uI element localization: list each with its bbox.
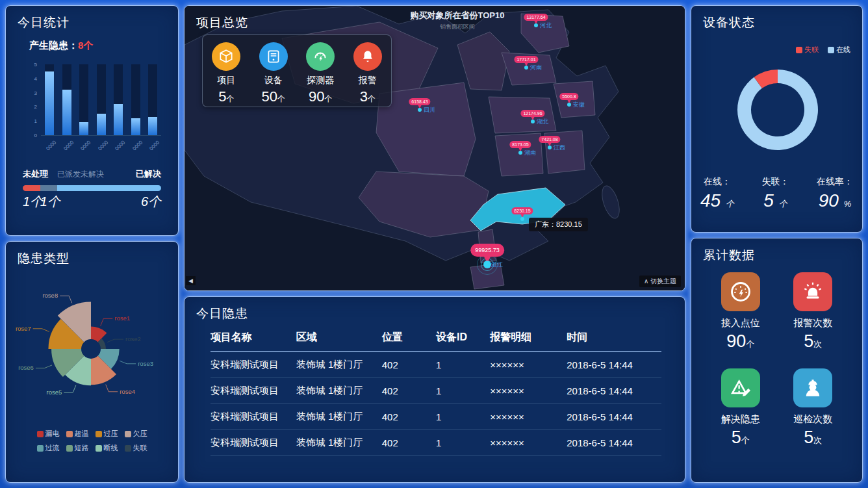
status-stacked-bar	[23, 185, 161, 191]
pin-value: 8173.05	[509, 141, 531, 148]
bar-x-axis: 0000000000000000000000000000	[41, 137, 161, 143]
legend-item[interactable]: 短路	[66, 443, 89, 453]
bar	[45, 71, 54, 135]
legend-item[interactable]: 在线	[828, 45, 850, 55]
legend-item[interactable]: 失联	[796, 45, 819, 55]
scroll-left-button[interactable]: ◀	[186, 276, 196, 285]
pin-province-label: 湖北	[537, 118, 548, 126]
pin-value: 17717.01	[514, 56, 538, 63]
table-cell: 装饰城 1楼门厅	[296, 359, 382, 371]
legend-swatch	[828, 47, 834, 53]
legend-swatch	[66, 431, 73, 437]
y-tick-label: 0	[34, 133, 37, 138]
device-stat-value: 5 个	[761, 190, 789, 211]
pin-value: 8230.15	[511, 207, 533, 214]
cumulative-label: 解决隐患	[721, 413, 760, 426]
cumulative-item: 巡检次数5次	[793, 368, 832, 448]
fix-icon	[721, 368, 760, 407]
table-cell: 2018-6-5 14:44	[567, 437, 661, 448]
pin-dot	[418, 108, 422, 112]
legend-label: 失联	[133, 443, 147, 453]
theme-toggle-button[interactable]: ∧ 切换主题	[639, 276, 681, 287]
bar-track	[45, 64, 54, 135]
device-stat-label: 失联：	[761, 176, 789, 188]
svg-text:rose3: rose3	[138, 360, 153, 367]
siren-icon	[793, 272, 832, 311]
bar-track	[62, 64, 71, 135]
overview-stat-label: 项目	[205, 75, 247, 86]
table-cell: 1	[436, 437, 490, 448]
legend-item[interactable]: 漏电	[37, 429, 60, 439]
pin-dot	[483, 261, 491, 268]
map-title: 购买对象所在省份TOP10	[379, 10, 535, 21]
overview-stat-label: 探测器	[300, 75, 341, 86]
pin-dot	[531, 120, 535, 123]
legend-label: 超温	[75, 429, 89, 439]
pin-province-label: 安徽	[573, 101, 585, 109]
legend-swatch	[96, 431, 102, 437]
legend-label: 欠压	[133, 429, 147, 439]
bar	[148, 117, 157, 135]
legend-swatch	[37, 431, 44, 437]
overview-stat-label: 报警	[347, 75, 389, 86]
pin-dot	[534, 23, 538, 27]
panel-title: 今日统计	[6, 6, 178, 31]
table-row: 安科瑞测试项目装饰城 1楼门厅4021××××××2018-6-5 14:44	[211, 378, 661, 404]
status-legend-label: 已派发未解决	[57, 169, 104, 180]
table-cell: 1	[436, 385, 490, 396]
table-cell: 装饰城 1楼门厅	[296, 385, 382, 397]
pin-province-label: 湖南	[524, 149, 536, 157]
cumulative-grid: 接入点位90个报警次数5次解决隐患5个巡检次数5次	[691, 272, 862, 448]
table-cell: ××××××	[490, 411, 567, 422]
table-cell: 402	[382, 385, 436, 396]
x-tick-label: 0000	[62, 141, 73, 151]
overview-stat: 设备50个	[253, 42, 294, 107]
x-tick-label: 0000	[114, 141, 124, 151]
gauge-icon	[721, 272, 760, 311]
y-tick-label: 3	[34, 90, 37, 96]
legend-label: 短路	[75, 443, 89, 453]
map-header: 购买对象所在省份TOP10 销售面积区间	[379, 10, 535, 31]
bar	[97, 114, 106, 135]
table-cell: 2018-6-5 14:44	[567, 411, 661, 422]
panel-title: 项目总览	[185, 6, 260, 31]
table-cell: 402	[382, 359, 436, 370]
device-stat: 失联：5 个	[761, 176, 789, 211]
legend-item[interactable]: 超温	[66, 429, 89, 439]
status-legend: 未处理已派发未解决已解决	[23, 168, 161, 180]
bar	[114, 104, 123, 135]
pin-province-label: 四川	[424, 106, 435, 114]
y-tick-label: 4	[34, 75, 37, 81]
x-tick-label: 0000	[97, 141, 107, 151]
panel-today-hazards: 今日隐患 项目名称区域位置设备ID报警明细时间安科瑞测试项目装饰城 1楼门厅40…	[184, 296, 685, 483]
status-count: 1个	[40, 193, 60, 211]
bar-track	[148, 64, 157, 135]
panel-title: 隐患类型	[6, 242, 178, 267]
pin-value: 12174.96	[520, 110, 544, 117]
legend-item[interactable]: 过压	[96, 429, 118, 439]
legend-item[interactable]: 欠压	[125, 429, 147, 439]
legend-label: 断线	[104, 443, 118, 453]
table-cell: 安科瑞测试项目	[211, 385, 296, 397]
rose-legend: 漏电超温过压欠压过流短路断线失联	[6, 429, 178, 457]
legend-label: 过流	[45, 443, 60, 453]
table-cell: 装饰城 1楼门厅	[296, 437, 382, 449]
worker-icon	[793, 368, 832, 407]
today-bar-chart[interactable]: 012345	[41, 64, 161, 136]
rose-chart[interactable]: rose1rose2rose3rose4rose5rose6rose7rose8	[10, 268, 172, 430]
pin-value: 7421.08	[539, 136, 560, 143]
cumulative-value: 90个	[721, 331, 760, 352]
legend-item[interactable]: 失联	[125, 443, 147, 453]
table-row: 安科瑞测试项目装饰城 1楼门厅4021××××××2018-6-5 14:44	[211, 404, 661, 430]
pin-dot	[567, 103, 571, 107]
cumulative-value: 5次	[793, 331, 832, 352]
legend-item[interactable]: 断线	[96, 443, 118, 453]
status-count: 6个	[141, 193, 161, 211]
overview-stats-box: 项目5个设备50个探测器90个报警3个	[202, 34, 392, 107]
rose-legend-row: 漏电超温过压欠压	[6, 429, 178, 439]
device-donut-chart[interactable]	[729, 61, 826, 159]
device-stat-value: 90 %	[817, 190, 853, 211]
legend-swatch	[66, 445, 73, 452]
legend-item[interactable]: 过流	[37, 443, 60, 453]
detector-icon	[306, 42, 335, 71]
